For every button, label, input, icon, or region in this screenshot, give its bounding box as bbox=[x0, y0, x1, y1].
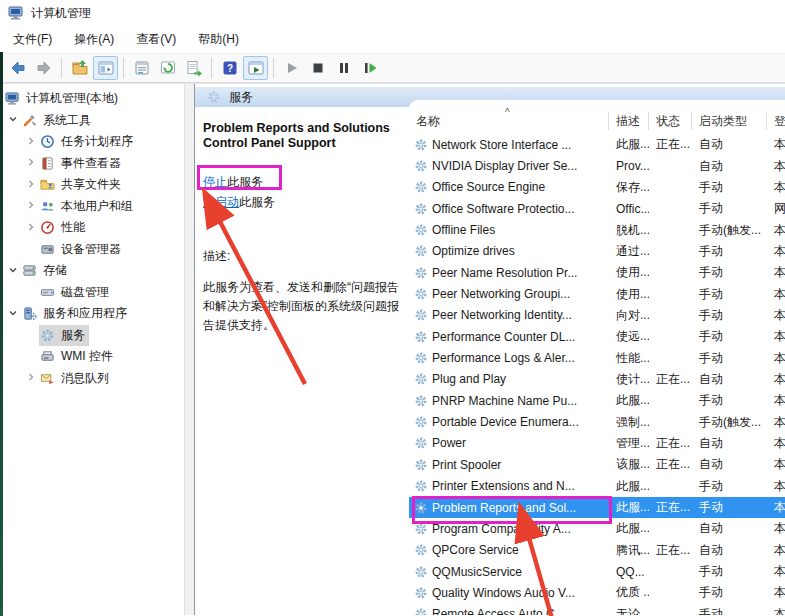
forward-icon[interactable] bbox=[31, 56, 56, 80]
column-header-2[interactable]: 状态 bbox=[649, 112, 692, 130]
service-row[interactable]: Power管理...正在...自动本 bbox=[409, 433, 785, 454]
service-row[interactable]: Peer Networking Groupi...使用...手动本 bbox=[409, 283, 785, 304]
export-list-icon[interactable] bbox=[181, 56, 206, 80]
service-row[interactable]: Offline Files脱机...手动(触发...本 bbox=[409, 219, 785, 240]
menu-action[interactable]: 操作(A) bbox=[63, 27, 125, 52]
tree-item-performance[interactable]: 性能 bbox=[0, 217, 184, 239]
toolbar: ? bbox=[0, 53, 785, 83]
help-icon[interactable]: ? bbox=[217, 56, 242, 80]
toolbar-separator bbox=[273, 58, 274, 78]
tree-item-wmi[interactable]: WMI 控件 bbox=[0, 346, 184, 368]
tree-item-task-scheduler[interactable]: 任务计划程序 bbox=[0, 131, 184, 153]
service-description: 此服... bbox=[609, 478, 649, 495]
service-row[interactable]: Remote Access Auto C...无论...手动本 bbox=[409, 604, 785, 615]
column-header-3[interactable]: 启动类型 bbox=[692, 112, 767, 130]
menu-view[interactable]: 查看(V) bbox=[125, 27, 187, 52]
tree-item-local-users[interactable]: 本地用户和组 bbox=[0, 196, 184, 218]
chevron-down-icon[interactable] bbox=[4, 264, 21, 278]
tree-item-shared-folders[interactable]: 共享文件夹 bbox=[0, 174, 184, 196]
service-name: Offline Files bbox=[432, 223, 495, 237]
column-header-1[interactable]: 描述 bbox=[609, 112, 649, 130]
service-row[interactable]: Performance Counter DL...使远...手动本 bbox=[409, 326, 785, 347]
chevron-down-icon[interactable] bbox=[4, 307, 21, 321]
service-name: Program Compatibility A... bbox=[432, 522, 571, 536]
tree-item-system-tools[interactable]: 系统工具 bbox=[0, 110, 184, 132]
tree-item-label: 磁盘管理 bbox=[61, 284, 109, 301]
stop-service-icon[interactable] bbox=[305, 56, 330, 80]
tree-item-disk-management[interactable]: 磁盘管理 bbox=[0, 282, 184, 304]
restart-service-icon[interactable] bbox=[357, 56, 382, 80]
service-logon-as: 本 bbox=[767, 179, 785, 196]
tree-item-content: 服务 bbox=[39, 325, 89, 346]
chevron-right-icon[interactable] bbox=[22, 199, 39, 213]
service-row[interactable]: Quality Windows Audio V...优质 ...手动本 bbox=[409, 582, 785, 603]
service-row[interactable]: Peer Name Resolution Pr...使用...手动本 bbox=[409, 262, 785, 283]
tree-item-content: 任务计划程序 bbox=[39, 131, 137, 152]
service-row[interactable]: NVIDIA Display Driver Se...Prov...自动本 bbox=[409, 155, 785, 176]
description-label: 描述: bbox=[203, 248, 405, 265]
stop-service-link[interactable]: 停止此服务 bbox=[203, 172, 405, 192]
restart-service-link[interactable]: 重启动此服务 bbox=[203, 192, 405, 212]
chevron-right-icon[interactable] bbox=[22, 156, 39, 170]
service-row[interactable]: Plug and Play使计...正在...自动本 bbox=[409, 369, 785, 390]
service-gear-icon bbox=[414, 372, 428, 386]
tree-item-content: 服务和应用程序 bbox=[21, 303, 131, 324]
service-logon-as: 本 bbox=[767, 435, 785, 452]
show-action-pane-icon[interactable] bbox=[243, 56, 268, 80]
tree-item-computer[interactable]: 计算机管理(本地) bbox=[0, 88, 184, 110]
service-row[interactable]: Network Store Interface ...此服...正在...自动本 bbox=[409, 134, 785, 155]
stop-link-action[interactable]: 停止 bbox=[203, 175, 227, 189]
folder-up-icon[interactable] bbox=[67, 56, 92, 80]
service-startup-type: 手动 bbox=[692, 286, 767, 303]
service-row[interactable]: QQMusicServiceQQ...手动本 bbox=[409, 561, 785, 582]
service-gear-icon bbox=[414, 586, 428, 600]
tree-scrollbar[interactable] bbox=[184, 84, 194, 615]
chevron-right-icon[interactable] bbox=[22, 221, 39, 235]
tree-item-content: 消息队列 bbox=[39, 368, 113, 389]
service-row[interactable]: Optimize drives通过...手动本 bbox=[409, 241, 785, 262]
tree-item-content: 共享文件夹 bbox=[39, 174, 125, 195]
service-row[interactable]: Peer Networking Identity...向对...手动本 bbox=[409, 305, 785, 326]
service-row[interactable]: Problem Reports and Sol...此服...正在...手动本 bbox=[409, 497, 785, 518]
storage-icon bbox=[22, 263, 40, 278]
service-row[interactable]: Printer Extensions and N...此服...手动本 bbox=[409, 476, 785, 497]
chevron-down-icon[interactable] bbox=[4, 113, 21, 127]
service-row[interactable]: Print Spooler该服...正在...自动本 bbox=[409, 454, 785, 475]
service-row[interactable]: QPCore Service腾讯...正在...自动本 bbox=[409, 540, 785, 561]
chevron-right-icon[interactable] bbox=[22, 371, 39, 385]
start-service-icon[interactable] bbox=[279, 56, 304, 80]
service-description: 性能... bbox=[609, 350, 649, 367]
service-row[interactable]: Office Software Protectio...Offic...手动网 bbox=[409, 198, 785, 219]
tree-item-device-manager[interactable]: 设备管理器 bbox=[0, 239, 184, 261]
tree-item-event-viewer[interactable]: 事件查看器 bbox=[0, 153, 184, 175]
menu-help[interactable]: 帮助(H) bbox=[187, 27, 250, 52]
service-row[interactable]: Portable Device Enumera...强制...手动(触发...本 bbox=[409, 411, 785, 432]
refresh-icon[interactable] bbox=[155, 56, 180, 80]
tree-item-services[interactable]: 服务 bbox=[0, 325, 184, 347]
menu-file[interactable]: 文件(F) bbox=[2, 27, 63, 52]
column-header-4[interactable]: 登 bbox=[767, 112, 785, 130]
service-row[interactable]: Performance Logs & Aler...性能...手动本 bbox=[409, 347, 785, 368]
service-status: 正在... bbox=[649, 542, 692, 559]
chevron-right-icon[interactable] bbox=[22, 178, 39, 192]
service-logon-as: 本 bbox=[767, 456, 785, 473]
tree-item-message-queue[interactable]: 消息队列 bbox=[0, 368, 184, 390]
restart-link-action[interactable]: 重启动 bbox=[203, 195, 239, 209]
service-row[interactable]: Office Source Engine保存...手动本 bbox=[409, 177, 785, 198]
back-icon[interactable] bbox=[5, 56, 30, 80]
properties-icon[interactable] bbox=[129, 56, 154, 80]
service-name: Performance Counter DL... bbox=[432, 330, 575, 344]
service-logon-as: 本 bbox=[767, 264, 785, 281]
local-users-icon bbox=[40, 199, 58, 214]
chevron-right-icon[interactable] bbox=[22, 135, 39, 149]
tree-item-services-apps[interactable]: 服务和应用程序 bbox=[0, 303, 184, 325]
service-row[interactable]: Program Compatibility A...此服...自动本 bbox=[409, 518, 785, 539]
tree-item-storage[interactable]: 存储 bbox=[0, 260, 184, 282]
show-console-tree-icon[interactable] bbox=[93, 56, 118, 80]
service-gear-icon bbox=[414, 351, 428, 365]
service-startup-type: 手动 bbox=[692, 606, 767, 615]
service-row[interactable]: PNRP Machine Name Pu...此服...手动本 bbox=[409, 390, 785, 411]
service-action-links: 停止此服务 重启动此服务 bbox=[203, 172, 405, 212]
pause-service-icon[interactable] bbox=[331, 56, 356, 80]
service-description: 无论... bbox=[609, 606, 649, 615]
